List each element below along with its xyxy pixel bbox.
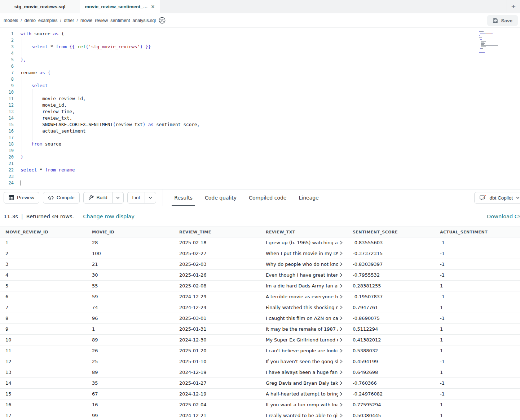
table-cell: 0.6492698 bbox=[347, 370, 435, 375]
table-row: 8962025-03-01I caught this film on AZN o… bbox=[0, 313, 520, 324]
expand-cell-button[interactable] bbox=[340, 284, 343, 288]
action-toolbar: Preview Compile Build bbox=[0, 189, 520, 206]
code-token: ) bbox=[21, 154, 23, 160]
line-number: 12 bbox=[0, 102, 14, 108]
expand-cell-button[interactable] bbox=[340, 338, 343, 342]
editor-tab[interactable]: stg_movie_reviews.sql bbox=[0, 0, 80, 13]
compile-button[interactable]: Compile bbox=[43, 192, 80, 204]
table-cell: 2025-02-03 bbox=[174, 262, 260, 267]
build-button-main[interactable]: Build bbox=[84, 192, 112, 203]
code-token: ( bbox=[48, 70, 50, 75]
table-cell: 0.5112294 bbox=[347, 326, 435, 332]
breadcrumb-separator: / bbox=[21, 18, 22, 23]
review-text: If you haven't seen the gong show TV s… bbox=[266, 359, 338, 364]
lint-button-main[interactable]: Lint bbox=[128, 192, 145, 203]
chevron-right-icon bbox=[340, 381, 343, 385]
table-cell: -1 bbox=[435, 272, 520, 278]
table-cell: 2024-12-29 bbox=[174, 294, 260, 299]
table-cell: 2025-01-10 bbox=[174, 359, 260, 364]
expand-cell-button[interactable] bbox=[340, 370, 343, 374]
expand-cell-button[interactable] bbox=[340, 414, 343, 417]
expand-cell-button[interactable] bbox=[340, 251, 343, 255]
code-line: 23 bbox=[0, 173, 520, 180]
plus-icon: + bbox=[511, 2, 516, 11]
download-csv-link[interactable]: Download CSV bbox=[487, 214, 520, 219]
minimap-line bbox=[479, 50, 505, 51]
minimap-line bbox=[479, 49, 505, 50]
change-row-display-link[interactable]: Change row display bbox=[83, 214, 135, 219]
editor-header: models/demo_examples/other/movie_review_… bbox=[0, 13, 520, 28]
expand-cell-button[interactable] bbox=[340, 349, 343, 353]
table-row: 16162025-02-04If you want a fun romp wit… bbox=[0, 399, 520, 410]
editor-minimap[interactable] bbox=[479, 31, 505, 55]
minimap-line bbox=[479, 45, 505, 46]
table-cell: 99 bbox=[87, 413, 174, 418]
indent-guide bbox=[22, 37, 22, 44]
build-dropdown-button[interactable] bbox=[112, 192, 123, 203]
expand-cell-button[interactable] bbox=[340, 403, 343, 407]
code-line-content: rename as ( bbox=[21, 70, 476, 76]
table-cell: 2025-01-31 bbox=[174, 326, 260, 332]
review-text: I can't believe people are looking for a… bbox=[266, 348, 338, 353]
code-line-content bbox=[21, 180, 476, 186]
chevron-right-icon bbox=[340, 316, 343, 320]
minimap-line bbox=[479, 34, 505, 35]
expand-cell-button[interactable] bbox=[340, 305, 343, 309]
code-line: 20) bbox=[0, 154, 520, 160]
table-cell: -0.8690075 bbox=[347, 316, 435, 321]
tab-label: movie_review_sentiment_… bbox=[85, 4, 147, 9]
expand-cell-button[interactable] bbox=[340, 316, 343, 320]
indent-guide bbox=[22, 102, 22, 108]
code-line: 19 bbox=[0, 147, 520, 154]
expand-cell-button[interactable] bbox=[340, 392, 343, 396]
expand-cell-button[interactable] bbox=[340, 359, 343, 363]
minimap-line bbox=[479, 48, 505, 48]
code-line-content: select * from rename bbox=[21, 167, 476, 173]
minimap-line bbox=[479, 36, 505, 37]
dbt-copilot-button[interactable]: dbt Copilot bbox=[474, 192, 520, 204]
table-cell: My Super Ex Girlfriend turned out to b… bbox=[260, 337, 347, 343]
expand-cell-button[interactable] bbox=[340, 295, 343, 299]
new-tab-button[interactable]: + bbox=[507, 0, 520, 13]
close-icon[interactable]: ✕ bbox=[151, 4, 155, 9]
editor-tab[interactable]: movie_review_sentiment_…✕ bbox=[80, 0, 160, 13]
preview-button[interactable]: Preview bbox=[4, 192, 39, 204]
table-cell: 10 bbox=[0, 337, 87, 343]
sql-code-editor[interactable]: 1with source as (23 select * from {{ ref… bbox=[0, 28, 520, 189]
file-docs-icon[interactable] bbox=[159, 17, 166, 24]
expand-cell-button[interactable] bbox=[340, 327, 343, 331]
breadcrumb: models/demo_examples/other/movie_review_… bbox=[4, 18, 156, 23]
code-line-content: ) bbox=[21, 154, 476, 160]
code-line: 24 bbox=[0, 180, 520, 186]
toolbar-divider bbox=[163, 189, 163, 206]
result-tab-lineage[interactable]: Lineage bbox=[292, 189, 325, 206]
result-tab-results[interactable]: Results bbox=[168, 189, 199, 206]
file-tab-bar: stg_movie_reviews.sqlmovie_review_sentim… bbox=[0, 0, 520, 13]
table-cell: -0.83555603 bbox=[347, 240, 435, 245]
code-line: 16 actual_sentiment bbox=[0, 128, 520, 134]
code-line-content: actual_sentiment bbox=[21, 128, 476, 134]
table-cell: 17 bbox=[0, 413, 87, 418]
code-token: as bbox=[53, 31, 58, 36]
code-line-content bbox=[21, 89, 476, 95]
expand-cell-button[interactable] bbox=[340, 381, 343, 385]
code-line-content bbox=[21, 147, 476, 154]
review-text: It may be the remake of 1987 Autumn'… bbox=[266, 326, 338, 332]
result-tab-code-quality[interactable]: Code quality bbox=[199, 189, 243, 206]
lint-dropdown-button[interactable] bbox=[145, 192, 156, 203]
table-cell: 13 bbox=[0, 370, 87, 375]
result-tab-compiled-code[interactable]: Compiled code bbox=[243, 189, 292, 206]
save-icon bbox=[493, 18, 498, 23]
save-button[interactable]: Save bbox=[487, 15, 518, 26]
expand-cell-button[interactable] bbox=[340, 241, 343, 245]
expand-cell-button[interactable] bbox=[340, 273, 343, 277]
copilot-label: dbt Copilot bbox=[489, 195, 513, 201]
table-cell: 8 bbox=[0, 316, 87, 321]
table-cell: 74 bbox=[87, 305, 174, 310]
expand-cell-button[interactable] bbox=[340, 262, 343, 266]
result-tab-label: Lineage bbox=[299, 195, 318, 201]
indent-guide bbox=[22, 50, 22, 57]
result-tab-label: Code quality bbox=[205, 195, 237, 201]
rows-returned-message: Returned 49 rows. bbox=[26, 214, 74, 219]
table-cell: 25 bbox=[87, 359, 174, 364]
